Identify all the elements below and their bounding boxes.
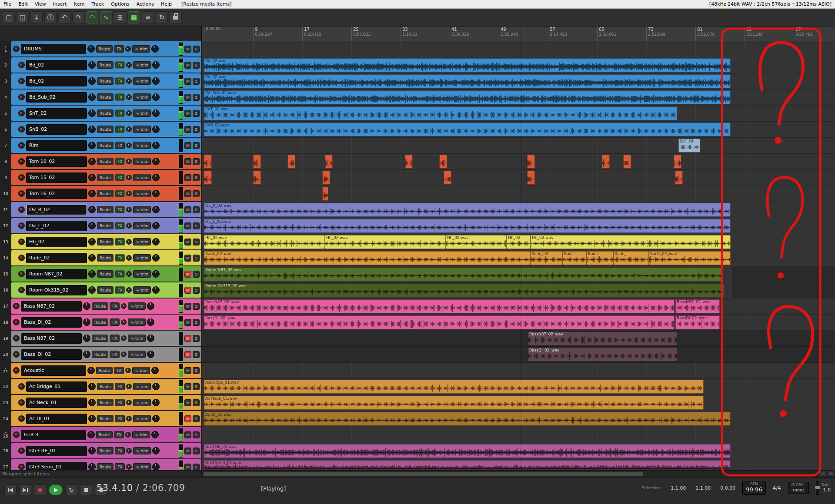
arrange-lane[interactable]: AcBridge_01.wav (202, 379, 835, 395)
track-name[interactable]: Room N87_02 (26, 269, 87, 279)
track-name[interactable]: Bass N87_02 (21, 333, 82, 344)
route-button[interactable]: Route (92, 351, 108, 358)
trim-envelope-button[interactable]: ∿ trim (128, 302, 146, 310)
track-name[interactable]: Room Ok315_02 (26, 285, 87, 295)
record-arm-button[interactable] (18, 62, 25, 68)
trim-envelope-button[interactable]: ∿ trim (128, 335, 146, 342)
pan-knob[interactable] (88, 399, 96, 406)
fx-button[interactable]: FX (115, 174, 125, 181)
mute-button[interactable]: M (184, 190, 191, 197)
record-arm-button[interactable] (18, 110, 25, 116)
arrange-lane[interactable] (202, 154, 835, 170)
trim-envelope-button[interactable]: ∿ trim (133, 254, 151, 262)
track-panel-row[interactable]: 5SnT_02RouteFX∿ trimMS (0, 106, 201, 121)
solo-button[interactable]: S (193, 287, 200, 294)
pan-knob[interactable] (88, 109, 96, 117)
zoom-out-button[interactable]: − (820, 471, 826, 477)
fx-enable-toggle[interactable] (126, 207, 132, 212)
solo-button[interactable]: S (193, 239, 200, 245)
arrange-lane[interactable] (202, 170, 835, 186)
fx-button[interactable]: FX (115, 61, 125, 69)
track-name[interactable]: Bd_02 (26, 76, 87, 86)
solo-button[interactable]: S (193, 351, 200, 358)
media-item[interactable] (623, 155, 631, 169)
mute-button[interactable]: M (184, 271, 191, 278)
track-name[interactable]: DRUMS (21, 44, 86, 54)
record-arm-button[interactable] (13, 319, 20, 325)
volume-knob[interactable] (147, 302, 154, 310)
solo-button[interactable]: S (193, 190, 200, 197)
track-panel-row[interactable]: 14Rade_02RouteFX∿ trimMS (0, 250, 201, 265)
track-panel-row[interactable]: 18Bass_Di_02RouteFX∿ trimMS (0, 315, 201, 330)
media-item[interactable]: Bd_Sub_02.wav (204, 90, 731, 104)
volume-knob[interactable] (152, 463, 160, 470)
pan-knob[interactable] (88, 286, 96, 294)
fx-enable-toggle[interactable] (121, 319, 127, 325)
pan-knob[interactable] (88, 222, 96, 229)
solo-button[interactable]: S (193, 415, 200, 422)
pan-knob[interactable] (87, 431, 95, 438)
volume-knob[interactable] (152, 206, 160, 213)
trim-envelope-button[interactable]: ∿ trim (133, 158, 151, 165)
fx-button[interactable]: FX (115, 77, 125, 85)
solo-button[interactable]: S (193, 367, 200, 374)
volume-knob[interactable] (151, 45, 159, 53)
fx-enable-toggle[interactable] (121, 335, 127, 341)
media-item[interactable]: Rad (563, 251, 587, 265)
solo-button[interactable]: S (193, 222, 200, 229)
media-item[interactable]: BassN87_02_wav (675, 299, 720, 313)
fx-enable-toggle[interactable] (126, 126, 132, 132)
media-item[interactable]: Bd_02.wav (204, 58, 731, 72)
track-panel-row[interactable]: 17Bass N87_02RouteFX∿ trimMS (0, 298, 201, 314)
volume-knob[interactable] (152, 61, 160, 69)
pan-knob[interactable] (88, 463, 96, 470)
track-panel-row[interactable]: 27Gtr3 Senn_01RouteFX∿ trimMS (0, 459, 201, 470)
mute-button[interactable]: M (184, 110, 191, 117)
track-panel-row[interactable]: 20Bass_Di_02RouteFX∿ trimMS (0, 347, 201, 362)
go-to-end-button[interactable] (19, 484, 31, 495)
arrange-lane[interactable]: BassN87_02_wavBassN87_02_wav (202, 298, 835, 315)
route-button[interactable]: Route (97, 399, 114, 406)
solo-button[interactable]: S (193, 383, 200, 390)
media-item[interactable] (204, 155, 212, 169)
mute-button[interactable]: M (184, 335, 191, 342)
trim-envelope-button[interactable]: ∿ trim (128, 351, 146, 358)
menu-insert[interactable]: Insert (50, 0, 70, 8)
mute-button[interactable]: M (184, 415, 191, 422)
volume-knob[interactable] (152, 109, 160, 117)
media-item[interactable] (602, 155, 610, 169)
track-panel-row[interactable]: 19Bass N87_02RouteFX∿ trimMS (0, 331, 201, 346)
route-button[interactable]: Route (97, 174, 114, 181)
solo-button[interactable]: S (193, 46, 200, 53)
track-name[interactable]: Hh_02 (26, 237, 87, 247)
fx-button[interactable]: FX (115, 399, 125, 406)
time-signature[interactable]: 4/4 (773, 485, 781, 491)
fx-enable-toggle[interactable] (126, 384, 132, 389)
solo-button[interactable]: S (193, 464, 200, 471)
volume-knob[interactable] (151, 431, 159, 438)
grid-icon[interactable]: ⊞ (114, 11, 126, 23)
media-item[interactable] (325, 155, 333, 169)
media-item[interactable]: Hh_02 (507, 235, 531, 249)
volume-knob[interactable] (152, 286, 160, 294)
route-button[interactable]: Route (97, 126, 114, 133)
trim-envelope-button[interactable]: ∿ trim (133, 270, 151, 278)
track-panel-row[interactable]: 6SnB_02RouteFX∿ trimMS (0, 122, 201, 137)
media-item[interactable]: Bd_02.wav (204, 74, 731, 88)
media-item[interactable] (527, 155, 535, 169)
record-arm-button[interactable] (18, 174, 25, 181)
solo-button[interactable]: S (193, 303, 200, 310)
fx-enable-toggle[interactable] (126, 94, 132, 100)
fx-enable-toggle[interactable] (125, 432, 131, 438)
arrange-lane[interactable]: Room Ok315_02.wav (202, 282, 835, 298)
menu-actions[interactable]: Actions (133, 0, 157, 8)
record-arm-button[interactable] (13, 351, 20, 358)
pan-knob[interactable] (88, 61, 96, 69)
bpm-box[interactable]: BPM 99.96 (742, 481, 765, 494)
fx-button[interactable]: FX (115, 109, 125, 117)
media-item[interactable]: AcBridge_01.wav (204, 380, 704, 394)
arrange-lane[interactable]: Gtr3 Senn_01.wav (202, 459, 835, 470)
trim-envelope-button[interactable]: ∿ trim (133, 109, 151, 117)
track-name[interactable]: Bass N87_02 (21, 301, 82, 312)
fx-button[interactable]: FX (115, 383, 125, 390)
